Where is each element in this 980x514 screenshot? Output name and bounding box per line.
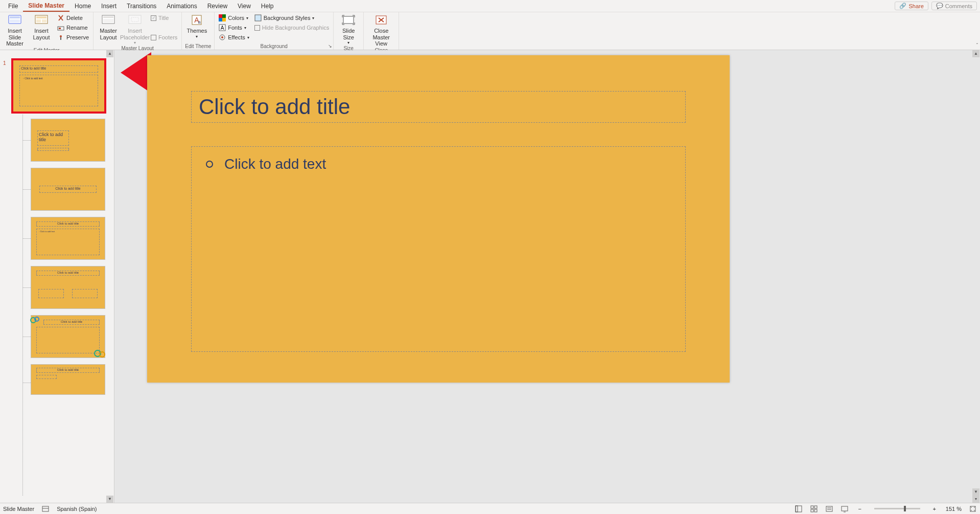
zoom-out-button[interactable]: − xyxy=(856,505,864,513)
tab-transitions[interactable]: Transitions xyxy=(122,0,161,12)
tab-insert[interactable]: Insert xyxy=(96,0,122,12)
title-checkbox[interactable]: ✓ Title xyxy=(150,13,178,23)
ribbon-collapse-icon[interactable]: ˆ xyxy=(976,43,978,49)
comments-button[interactable]: 💬 Comments xyxy=(931,2,977,10)
zoom-value[interactable]: 151 % xyxy=(946,506,962,512)
close-icon xyxy=(374,14,388,27)
insert-layout-label: Insert Layout xyxy=(33,28,50,40)
close-master-label: Close Master View xyxy=(367,28,395,47)
group-label-background: Background xyxy=(218,43,330,50)
tab-view[interactable]: View xyxy=(232,0,256,12)
share-label: Share xyxy=(908,3,923,9)
sorter-view-icon[interactable] xyxy=(810,505,818,513)
svg-rect-1 xyxy=(10,16,20,18)
colors-button[interactable]: Colors▾ xyxy=(218,13,250,23)
layout-title: Click to add title xyxy=(43,320,100,325)
share-button[interactable]: 🔗 Share xyxy=(895,2,928,10)
colors-icon xyxy=(219,14,226,21)
svg-rect-11 xyxy=(103,16,113,18)
svg-rect-38 xyxy=(814,506,817,508)
language-icon[interactable] xyxy=(41,505,50,513)
checkbox-icon: ✓ xyxy=(151,15,156,21)
title-placeholder-text: Click to add title xyxy=(199,95,350,119)
svg-rect-5 xyxy=(36,19,41,23)
colors-label: Colors xyxy=(228,15,244,21)
layout-thumbnail[interactable]: Click to add title xyxy=(31,119,105,162)
zoom-slider[interactable] xyxy=(874,508,920,509)
insert-layout-icon xyxy=(34,14,49,27)
dialog-launcher-icon[interactable]: ↘ xyxy=(328,43,332,49)
zoom-in-button[interactable]: + xyxy=(930,505,939,513)
svg-rect-27 xyxy=(343,16,354,24)
scroll-up-icon[interactable]: ▲ xyxy=(106,50,113,57)
group-size: Slide Size▾ Size xyxy=(334,12,364,50)
status-bar: Slide Master Spanish (Spain) − + 151 % xyxy=(0,503,980,514)
zoom-thumb[interactable] xyxy=(904,506,906,511)
bullet-icon xyxy=(206,161,213,168)
master-layout-button[interactable]: Master Layout xyxy=(97,13,120,40)
scroll-down-icon[interactable]: ▼ xyxy=(106,496,113,503)
layout-thumbnail[interactable]: Click to add title xyxy=(31,266,105,309)
layout-title: Click to add title xyxy=(36,271,100,276)
rename-button[interactable]: Rename xyxy=(56,23,90,32)
insert-placeholder-button[interactable]: Insert Placeholder▾ xyxy=(123,13,147,45)
scroll-down-double-icon[interactable]: ▾ xyxy=(972,496,979,503)
slideshow-icon[interactable] xyxy=(841,505,849,513)
hide-bg-checkbox[interactable]: Hide Background Graphics xyxy=(253,23,330,32)
svg-rect-40 xyxy=(814,509,817,512)
slide-size-label: Slide Size xyxy=(342,28,355,40)
tab-animations[interactable]: Animations xyxy=(161,0,202,12)
layout-thumbnail[interactable]: Click to add title xyxy=(31,168,105,211)
tab-file[interactable]: File xyxy=(3,0,23,12)
scroll-up-icon[interactable]: ▲ xyxy=(972,50,979,57)
tab-slide-master[interactable]: Slide Master xyxy=(23,0,69,12)
tree-line xyxy=(22,115,23,496)
footers-checkbox-label: Footers xyxy=(158,34,177,40)
hide-bg-label: Hide Background Graphics xyxy=(262,25,329,31)
reading-view-icon[interactable] xyxy=(825,505,833,513)
fonts-button[interactable]: A Fonts▾ xyxy=(218,23,250,32)
share-icon: 🔗 xyxy=(899,3,906,9)
layout-thumbnail[interactable]: Click to add title xyxy=(31,364,105,395)
group-close: Close Master View Close xyxy=(364,12,399,50)
insert-slide-master-button[interactable]: Insert Slide Master xyxy=(3,13,27,47)
svg-rect-26 xyxy=(255,15,261,21)
fonts-label: Fonts xyxy=(228,25,242,31)
fonts-icon: A xyxy=(219,24,226,31)
background-styles-button[interactable]: Background Styles▾ xyxy=(253,13,330,23)
master-thumbnail[interactable]: Click to add title ◦ Click to add text xyxy=(11,58,106,114)
master-layout-icon xyxy=(101,14,115,27)
slide-canvas[interactable]: Click to add title Click to add text xyxy=(147,55,730,383)
group-edit-theme: Aa Themes ▾ Edit Theme xyxy=(182,12,215,50)
slide-size-button[interactable]: Slide Size▾ xyxy=(337,13,360,45)
rename-icon xyxy=(57,24,64,31)
insert-placeholder-icon xyxy=(128,14,142,27)
effects-button[interactable]: Effects▾ xyxy=(218,33,250,42)
layout-thumbnail[interactable]: Click to add title xyxy=(31,315,105,358)
status-language[interactable]: Spanish (Spain) xyxy=(57,506,97,512)
svg-rect-19 xyxy=(222,14,226,18)
delete-button[interactable]: Delete xyxy=(56,13,90,23)
themes-icon: Aa xyxy=(190,14,204,27)
svg-rect-39 xyxy=(811,509,813,512)
tab-help[interactable]: Help xyxy=(256,0,279,12)
body-placeholder[interactable]: Click to add text xyxy=(191,146,686,352)
scroll-down-icon[interactable]: ▼ xyxy=(972,488,979,496)
close-master-view-button[interactable]: Close Master View xyxy=(367,13,395,47)
svg-rect-35 xyxy=(796,506,802,512)
layout-thumbnail[interactable]: Click to add title ◦ Click to add text xyxy=(31,217,105,260)
svg-rect-6 xyxy=(42,19,46,23)
svg-rect-2 xyxy=(10,19,20,23)
footers-checkbox[interactable]: Footers xyxy=(150,33,178,42)
normal-view-icon[interactable] xyxy=(795,505,803,513)
fit-to-window-button[interactable] xyxy=(969,505,977,513)
effects-icon xyxy=(219,34,226,41)
preserve-button[interactable]: Preserve xyxy=(56,33,90,42)
title-placeholder[interactable]: Click to add title xyxy=(191,91,686,123)
themes-button[interactable]: Aa Themes ▾ xyxy=(185,13,208,39)
delete-label: Delete xyxy=(66,15,83,21)
tab-home[interactable]: Home xyxy=(69,0,96,12)
tab-review[interactable]: Review xyxy=(202,0,232,12)
insert-layout-button[interactable]: Insert Layout xyxy=(30,13,53,40)
master-layout-label: Master Layout xyxy=(100,28,117,40)
